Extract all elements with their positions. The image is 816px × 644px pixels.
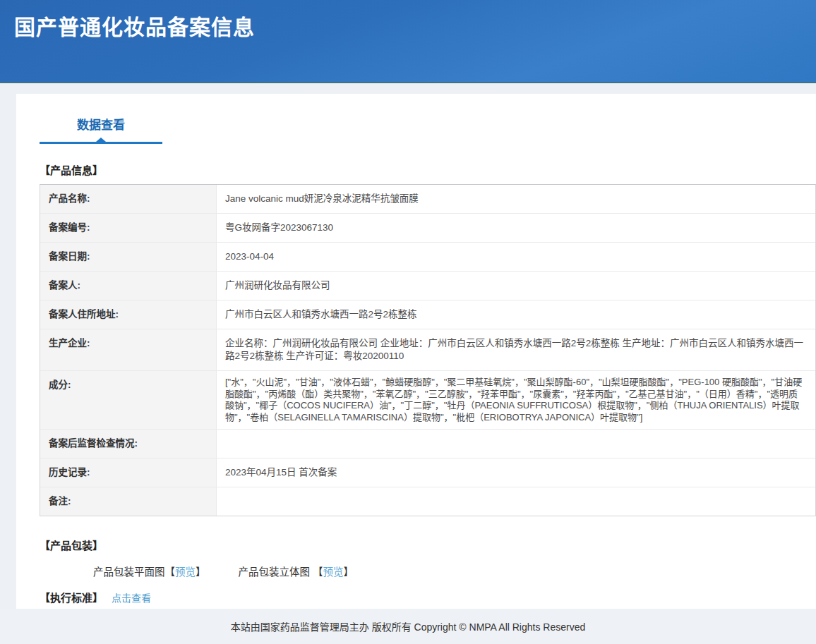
row-label: 生产企业: <box>40 329 217 370</box>
row-value: 粤G妆网备字2023067130 <box>217 214 815 242</box>
row-value: 广州市白云区人和镇秀水塘西一路2号2栋整栋 <box>217 300 815 329</box>
page-footer: 本站由国家药品监督管理局主办 版权所有 Copyright © NMPA All… <box>0 609 816 644</box>
page-title: 国产普通化妆品备案信息 <box>14 10 816 41</box>
bracket-close: 】 <box>196 566 206 578</box>
info-row-history: 历史记录: 2023年04月15日 首次备案 <box>40 458 815 487</box>
footer-text: 本站由国家药品监督管理局主办 版权所有 Copyright © NMPA All… <box>231 619 585 633</box>
packaging-heading: 【产品包装】 <box>40 537 816 552</box>
tab-data-view[interactable]: 数据查看 <box>40 115 162 144</box>
product-info-heading: 【产品信息】 <box>40 162 816 177</box>
info-row-registrant: 备案人: 广州润研化妆品有限公司 <box>40 272 815 300</box>
packaging-3d-label: 产品包装立体图 <box>239 566 313 578</box>
packaging-row: 产品包装平面图【预览】 产品包装立体图 【预览】 <box>93 564 816 578</box>
row-value: Jane volcanic mud妍泥冷泉冰泥精华抗皱面膜 <box>217 185 815 213</box>
row-label: 备案编号: <box>40 214 217 242</box>
page-header: 国产普通化妆品备案信息 <box>0 0 816 83</box>
product-info-table: 产品名称: Jane volcanic mud妍泥冷泉冰泥精华抗皱面膜 备案编号… <box>40 184 816 516</box>
packaging-3d-preview-link[interactable]: 预览 <box>323 566 344 578</box>
info-row-supervision: 备案后监督检查情况: <box>40 430 815 458</box>
row-label: 备案人住所地址: <box>40 300 217 329</box>
bracket-open: 【 <box>313 566 323 578</box>
row-label: 备案人: <box>40 272 217 300</box>
info-row-manufacturer: 生产企业: 企业名称：广州润研化妆品有限公司 企业地址：广州市白云区人和镇秀水塘… <box>40 329 815 371</box>
row-value <box>217 430 815 458</box>
packaging-3d-item: 产品包装立体图 【预览】 <box>239 564 354 578</box>
row-label: 备案后监督检查情况: <box>40 430 217 458</box>
tab-active-indicator <box>40 142 162 144</box>
row-label: 产品名称: <box>40 185 217 213</box>
bracket-close: 】 <box>344 566 354 578</box>
info-row-ingredients: 成分: ["水"，"火山泥"，"甘油"，"液体石蜡"，"鲸蜡硬脂醇"，"聚二甲基… <box>40 371 815 430</box>
tab-data-view-label: 数据查看 <box>77 115 125 133</box>
row-value: 2023-04-04 <box>217 243 815 271</box>
content-area: 【产品信息】 产品名称: Jane volcanic mud妍泥冷泉冰泥精华抗皱… <box>40 162 816 631</box>
info-row-registrant-address: 备案人住所地址: 广州市白云区人和镇秀水塘西一路2号2栋整栋 <box>40 300 815 329</box>
row-value: 企业名称：广州润研化妆品有限公司 企业地址：广州市白云区人和镇秀水塘西一路2号2… <box>217 329 815 370</box>
packaging-flat-label: 产品包装平面图 <box>93 566 165 578</box>
row-label: 历史记录: <box>40 458 217 487</box>
packaging-flat-item: 产品包装平面图【预览】 <box>93 564 206 578</box>
info-row-product-name: 产品名称: Jane volcanic mud妍泥冷泉冰泥精华抗皱面膜 <box>40 185 815 214</box>
info-row-remark: 备注: <box>40 487 815 516</box>
row-label: 备案日期: <box>40 243 217 271</box>
row-value <box>217 487 815 516</box>
main-card: 数据查看 【产品信息】 产品名称: Jane volcanic mud妍泥冷泉冰… <box>16 94 816 644</box>
packaging-flat-preview-link[interactable]: 预览 <box>175 566 196 578</box>
info-row-record-date: 备案日期: 2023-04-04 <box>40 243 815 272</box>
row-value: 广州润研化妆品有限公司 <box>217 272 815 300</box>
standards-section: 【执行标准】 点击查看 <box>40 590 816 604</box>
standards-view-link[interactable]: 点击查看 <box>112 590 151 604</box>
row-value: 2023年04月15日 首次备案 <box>217 458 815 487</box>
standards-heading: 【执行标准】 <box>40 590 103 604</box>
row-label: 成分: <box>40 371 217 429</box>
bracket-open: 【 <box>165 566 176 578</box>
info-row-record-number: 备案编号: 粤G妆网备字2023067130 <box>40 214 815 243</box>
row-label: 备注: <box>40 487 217 516</box>
row-value: ["水"，"火山泥"，"甘油"，"液体石蜡"，"鲸蜡硬脂醇"，"聚二甲基硅氧烷"… <box>217 371 815 429</box>
